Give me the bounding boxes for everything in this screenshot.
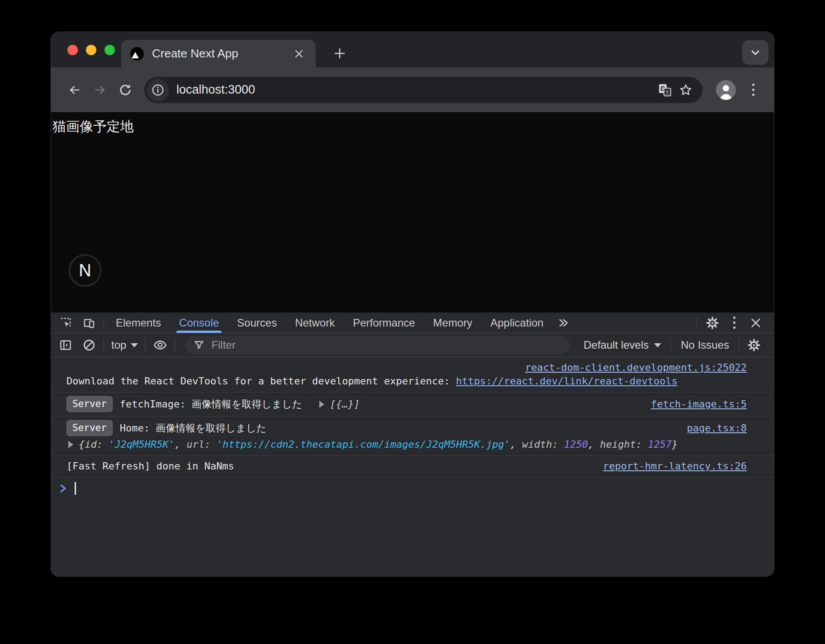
live-expression-eye-icon[interactable] [148, 338, 172, 352]
message-text: fetchImage: 画像情報を取得しました [120, 398, 303, 411]
back-button[interactable] [62, 77, 87, 103]
more-tabs-icon[interactable] [553, 313, 574, 333]
tab-memory[interactable]: Memory [424, 313, 482, 333]
browser-toolbar: localhost:3000 G 文 [51, 67, 774, 112]
log-levels-dropdown[interactable]: Default levels [577, 339, 668, 351]
reload-button[interactable] [113, 77, 138, 103]
console-filter-input[interactable]: Filter [185, 336, 570, 354]
console-toolbar: top Filter Default levels [51, 333, 774, 357]
tab-console[interactable]: Console [170, 313, 228, 333]
issues-counter[interactable]: No Issues [673, 339, 736, 351]
console-message-fetch-image: Server fetchImage: 画像情報を取得しました [{…}] fet… [51, 393, 774, 417]
tab-close-icon[interactable] [291, 46, 307, 62]
svg-text:文: 文 [665, 89, 670, 95]
devtools-tabbar: Elements Console Sources Network Perform… [51, 313, 774, 333]
browser-menu-icon[interactable] [743, 80, 763, 100]
message-text: [Fast Refresh] done in NaNms [66, 459, 234, 473]
chevron-down-icon [654, 343, 661, 347]
object-preview[interactable]: {id: 'J2qM5HR5K', url: 'https://cdn2.the… [79, 438, 678, 451]
inspect-element-icon[interactable] [54, 313, 77, 333]
source-link[interactable]: report-hmr-latency.ts:26 [594, 459, 747, 473]
server-badge: Server [66, 420, 113, 436]
nextjs-favicon-icon [130, 47, 144, 61]
devtools-panel: Elements Console Sources Network Perform… [51, 313, 774, 576]
chevron-down-icon [131, 343, 138, 347]
context-label: top [111, 339, 126, 351]
browser-tab[interactable]: Create Next App [121, 40, 316, 67]
devtools-close-icon[interactable] [744, 317, 768, 329]
tab-application[interactable]: Application [481, 313, 552, 333]
minimize-window-button[interactable] [86, 45, 96, 55]
forward-button[interactable] [87, 77, 113, 103]
tab-performance[interactable]: Performance [344, 313, 424, 333]
react-devtools-link[interactable]: https://react.dev/link/react-devtools [456, 374, 678, 388]
devtools-settings-gear-icon[interactable] [701, 316, 724, 330]
new-tab-button[interactable] [329, 43, 350, 64]
profile-avatar[interactable] [716, 80, 736, 100]
console-message-home: Server Home: 画像情報を取得しました page.tsx:8 {id:… [51, 417, 774, 456]
console-settings-gear-icon[interactable] [742, 338, 766, 352]
device-toolbar-icon[interactable] [77, 313, 101, 333]
tab-title: Create Next App [152, 47, 291, 61]
tab-sources[interactable]: Sources [228, 313, 286, 333]
bookmark-star-icon[interactable] [675, 80, 696, 100]
expand-triangle-icon[interactable] [319, 401, 324, 408]
page-placeholder-text: 猫画像予定地 [51, 112, 774, 136]
filter-placeholder: Filter [211, 339, 235, 351]
translate-icon[interactable]: G 文 [654, 80, 675, 100]
levels-label: Default levels [583, 339, 649, 351]
nextjs-dev-badge[interactable]: N [69, 254, 101, 287]
console-messages: react-dom-client.development.js:25022 Do… [51, 357, 774, 576]
message-text: Download the React DevTools for a better… [66, 374, 456, 388]
expand-triangle-icon[interactable] [68, 441, 73, 448]
page-viewport: 猫画像予定地 N [51, 112, 774, 313]
maximize-window-button[interactable] [104, 45, 115, 55]
devtools-menu-icon[interactable] [724, 313, 744, 333]
console-sidebar-icon[interactable] [54, 338, 77, 352]
console-message-fast-refresh: [Fast Refresh] done in NaNms report-hmr-… [51, 456, 774, 478]
tab-strip: Create Next App [51, 32, 774, 67]
execution-context-selector[interactable]: top [107, 339, 142, 351]
filter-funnel-icon [193, 339, 205, 351]
tab-network[interactable]: Network [286, 313, 344, 333]
tab-elements[interactable]: Elements [107, 313, 170, 333]
text-cursor [75, 482, 76, 495]
url-bar[interactable]: localhost:3000 G 文 [144, 77, 702, 103]
url-text[interactable]: localhost:3000 [176, 83, 654, 97]
console-message-react-devtools: react-dom-client.development.js:25022 Do… [51, 357, 774, 393]
source-link[interactable]: react-dom-client.development.js:25022 [516, 361, 747, 374]
server-badge: Server [66, 396, 113, 412]
console-prompt[interactable] [51, 478, 774, 499]
clear-console-icon[interactable] [77, 338, 101, 352]
message-text: Home: 画像情報を取得しました [120, 421, 266, 435]
nextjs-n-logo-icon: N [79, 261, 91, 280]
traffic-lights [67, 32, 115, 67]
source-link[interactable]: page.tsx:8 [678, 421, 747, 435]
close-window-button[interactable] [67, 45, 78, 55]
collapsed-object-preview[interactable]: [{…}] [330, 398, 360, 411]
tab-search-chevron-button[interactable] [742, 40, 768, 65]
source-link[interactable]: fetch-image.ts:5 [642, 398, 747, 411]
browser-window: Create Next App [51, 32, 774, 577]
prompt-chevron-icon [58, 483, 68, 494]
site-info-icon[interactable] [147, 79, 169, 101]
